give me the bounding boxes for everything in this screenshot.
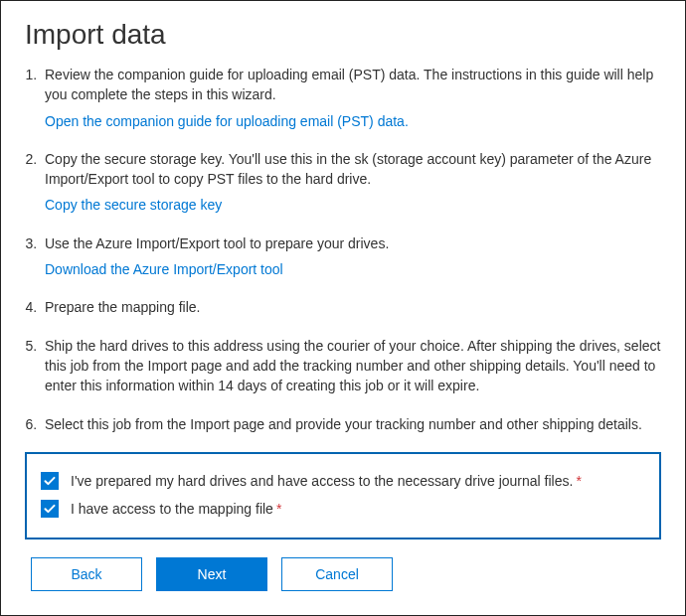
confirmation-box: I've prepared my hard drives and have ac…: [25, 452, 661, 539]
step-3: Use the Azure Import/Export tool to prep…: [41, 233, 661, 280]
button-row: Back Next Cancel: [25, 557, 661, 591]
step-1-text: Review the companion guide for uploading…: [45, 65, 661, 105]
prepared-drives-label: I've prepared my hard drives and have ac…: [71, 472, 582, 490]
step-5-text: Ship the hard drives to this address usi…: [45, 336, 661, 396]
wizard-panel: Import data Review the companion guide f…: [0, 0, 686, 616]
open-companion-guide-link[interactable]: Open the companion guide for uploading e…: [45, 111, 409, 131]
step-4: Prepare the mapping file.: [41, 297, 661, 317]
step-2: Copy the secure storage key. You'll use …: [41, 149, 661, 216]
step-1: Review the companion guide for uploading…: [41, 65, 661, 131]
confirmation-row-1: I've prepared my hard drives and have ac…: [41, 472, 645, 490]
cancel-button[interactable]: Cancel: [281, 557, 393, 591]
step-2-text: Copy the secure storage key. You'll use …: [45, 149, 661, 190]
confirmation-row-2: I have access to the mapping file*: [41, 500, 645, 518]
prepared-drives-checkbox[interactable]: [41, 472, 59, 490]
steps-list: Review the companion guide for uploading…: [25, 65, 661, 434]
required-marker: *: [576, 473, 581, 489]
prepared-drives-label-text: I've prepared my hard drives and have ac…: [71, 473, 573, 489]
required-marker: *: [276, 501, 281, 517]
mapping-file-label: I have access to the mapping file*: [71, 500, 281, 518]
copy-storage-key-link[interactable]: Copy the secure storage key: [45, 195, 222, 215]
step-3-text: Use the Azure Import/Export tool to prep…: [45, 233, 661, 253]
check-icon: [44, 475, 56, 487]
next-button[interactable]: Next: [156, 557, 267, 591]
step-6: Select this job from the Import page and…: [41, 414, 661, 434]
step-4-text: Prepare the mapping file.: [45, 297, 661, 317]
page-title: Import data: [25, 19, 661, 51]
step-6-text: Select this job from the Import page and…: [45, 414, 661, 434]
check-icon: [44, 503, 56, 515]
download-import-export-tool-link[interactable]: Download the Azure Import/Export tool: [45, 259, 283, 279]
mapping-file-label-text: I have access to the mapping file: [71, 501, 273, 517]
step-5: Ship the hard drives to this address usi…: [41, 336, 661, 396]
mapping-file-checkbox[interactable]: [41, 500, 59, 518]
back-button[interactable]: Back: [31, 557, 142, 591]
